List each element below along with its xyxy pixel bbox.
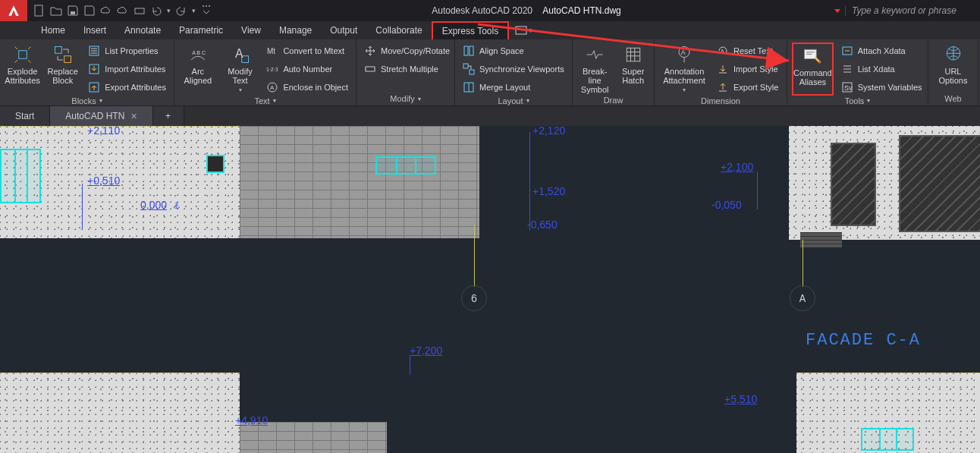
steps: [800, 232, 842, 247]
system-variables-button[interactable]: Sv System Variables: [838, 79, 925, 96]
import-style-button[interactable]: Import Style: [714, 61, 781, 77]
panel-blocks-title[interactable]: Blocks▾: [0, 96, 174, 105]
command-aliases-button[interactable]: Command Aliases: [792, 42, 834, 96]
search-input[interactable]: Type a keyword or phrase: [845, 5, 974, 16]
panel-dimension-title: Dimension: [655, 96, 787, 105]
qat-more-icon[interactable]: [200, 5, 212, 17]
tab-parametric[interactable]: Parametric: [170, 21, 232, 39]
undo-icon[interactable]: [150, 5, 162, 17]
dim-0000: 0,000 ⚓: [140, 199, 180, 212]
merge-layout-button[interactable]: Merge Layout: [460, 79, 567, 96]
super-hatch-button[interactable]: Super Hatch: [617, 42, 649, 94]
svg-point-3: [203, 5, 204, 7]
dim-leader: [82, 184, 83, 229]
svg-rect-20: [366, 67, 375, 71]
svg-rect-22: [470, 46, 473, 55]
redo-dropdown[interactable]: ▾: [192, 7, 196, 14]
save-icon[interactable]: [67, 5, 79, 17]
breakline-button[interactable]: Break-line Symbol: [577, 42, 612, 94]
dim-0050: -0,050: [711, 199, 742, 212]
wall-brick: [240, 126, 479, 238]
plot-icon[interactable]: [133, 5, 146, 17]
panel-tools: Command Aliases Attach Xdata List Xdata …: [787, 39, 928, 105]
align-space-button[interactable]: Align Space: [460, 42, 567, 59]
panel-text-title[interactable]: Text▾: [174, 96, 356, 105]
panel-tools-title[interactable]: Tools▾: [787, 96, 928, 105]
modify-text-button[interactable]: A Modify Text ▾: [221, 42, 259, 96]
url-options-button[interactable]: URL Options: [933, 42, 973, 92]
doctab-start[interactable]: Start: [0, 106, 50, 126]
redo-icon[interactable]: [175, 5, 187, 17]
explode-attributes-button[interactable]: Explode Attributes: [5, 42, 40, 96]
enclose-in-object-button[interactable]: A Enclose in Object: [263, 79, 351, 96]
dim-2120: +2,120: [532, 126, 565, 137]
panel-modify-title[interactable]: Modify▾: [357, 92, 454, 105]
tab-output[interactable]: Output: [321, 21, 366, 39]
grid-bubble-6: 6: [461, 285, 487, 311]
quick-access-toolbar: ▾ ▾: [27, 5, 218, 17]
app-logo[interactable]: [0, 0, 27, 21]
stretch-multiple-button[interactable]: Stretch Multiple: [361, 61, 453, 77]
list-properties-button[interactable]: List Properties: [85, 42, 169, 59]
panel-web: URL Options Web: [928, 39, 978, 105]
window-title: Autodesk AutoCAD 2020 AutoCAD HTN.dwg: [218, 5, 834, 16]
panel-layout-title[interactable]: Layout▾: [455, 96, 572, 105]
dim-leader: [757, 171, 758, 209]
tab-home[interactable]: Home: [32, 21, 74, 39]
svg-rect-21: [464, 46, 468, 55]
svg-rect-23: [463, 64, 468, 68]
open-icon[interactable]: [50, 5, 62, 17]
svg-text:A: A: [235, 47, 243, 60]
dim-0650: -0,650: [527, 219, 558, 231]
move-copy-rotate-button[interactable]: Move/Copy/Rotate: [361, 42, 453, 59]
attach-xdata-button[interactable]: Attach Xdata: [838, 42, 925, 59]
tab-collaborate[interactable]: Collaborate: [366, 21, 431, 39]
dim-leader: [529, 132, 530, 231]
infocenter-arrow-icon: [834, 9, 840, 13]
svg-point-5: [209, 5, 210, 7]
svg-rect-8: [55, 47, 61, 54]
list-xdata-button[interactable]: List Xdata: [838, 61, 925, 77]
new-icon[interactable]: [33, 5, 46, 17]
arc-aligned-button[interactable]: A B C Arc Aligned: [179, 42, 217, 96]
saveas-icon[interactable]: [83, 5, 96, 17]
svg-rect-0: [35, 5, 42, 16]
tab-view[interactable]: View: [232, 21, 270, 39]
reset-text-button[interactable]: A Reset Text: [714, 42, 781, 59]
panel-draw-title: Draw: [573, 94, 654, 105]
tab-overflow[interactable]: ▾: [509, 21, 539, 39]
sync-viewports-button[interactable]: Synchronize Viewports: [460, 61, 567, 77]
undo-dropdown[interactable]: ▾: [167, 7, 171, 14]
annotation-attachment-button[interactable]: A Annotation Attachment ▾: [659, 42, 709, 96]
door-1: [831, 143, 876, 226]
svg-rect-26: [627, 48, 640, 61]
svg-rect-6: [516, 27, 526, 34]
drawing-canvas[interactable]: -][Top][2D Wireframe] 6 A FACADE C-A +2,…: [0, 126, 980, 453]
export-style-button[interactable]: Export Style: [714, 79, 781, 96]
import-attributes-button[interactable]: Import Attributes: [85, 61, 169, 77]
cloud-save-icon[interactable]: [117, 5, 129, 17]
svg-text:A: A: [681, 49, 686, 56]
convert-to-mtext-button[interactable]: Mt Convert to Mtext: [263, 42, 351, 59]
explode-attributes-label: Explode Attributes: [5, 67, 39, 85]
doc-name: AutoCAD HTN.dwg: [535, 5, 620, 16]
doctab-file[interactable]: AutoCAD HTN ×: [50, 106, 152, 126]
tab-annotate[interactable]: Annotate: [115, 21, 170, 39]
door-2: [899, 135, 980, 232]
panel-blocks: Explode Attributes Replace Block List Pr…: [0, 39, 174, 105]
tab-manage[interactable]: Manage: [270, 21, 321, 39]
doctab-add[interactable]: +: [153, 106, 184, 126]
replace-block-label: Replace Block: [48, 67, 78, 85]
tab-express-tools[interactable]: Express Tools: [432, 21, 509, 39]
cloud-open-icon[interactable]: [100, 5, 112, 17]
auto-number-button[interactable]: 1·2·3 Auto Number: [263, 61, 351, 77]
export-attributes-button[interactable]: Export Attributes: [85, 79, 169, 96]
tab-insert[interactable]: Insert: [74, 21, 115, 39]
svg-text:A: A: [721, 49, 724, 54]
svg-rect-9: [64, 56, 71, 63]
close-icon[interactable]: ×: [130, 110, 137, 122]
panel-modify: Move/Copy/Rotate Stretch Multiple Modify…: [357, 39, 455, 105]
replace-block-button[interactable]: Replace Block: [45, 42, 80, 96]
window-1: [0, 149, 41, 203]
svg-text:Sv: Sv: [844, 84, 853, 92]
